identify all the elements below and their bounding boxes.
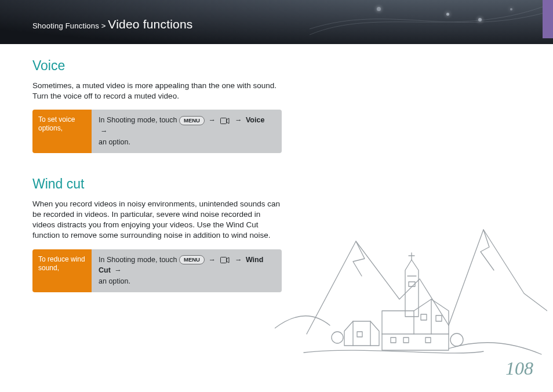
svg-rect-8	[425, 337, 431, 343]
section-heading-voice: Voice	[32, 58, 282, 74]
voice-callout: To set voice options, In Shooting mode, …	[32, 110, 282, 153]
side-tab	[543, 0, 553, 38]
windcut-callout-instructions: In Shooting mode, touch MENU → → Wind Cu…	[92, 249, 282, 292]
voice-instruction-post: an option.	[99, 138, 130, 146]
voice-instruction-pre: In Shooting mode, touch	[99, 116, 179, 124]
breadcrumb-current: Video functions	[108, 17, 192, 31]
svg-point-10	[450, 333, 463, 346]
breadcrumb-parent: Shooting Functions	[32, 21, 99, 30]
sparkle-icon	[377, 7, 381, 11]
video-camera-icon	[220, 257, 230, 263]
breadcrumb-sep: >	[99, 21, 108, 30]
voice-callout-instructions: In Shooting mode, touch MENU → → Voice →…	[92, 110, 282, 153]
windcut-instruction-pre: In Shooting mode, touch	[99, 256, 179, 264]
header-swoosh-decor	[310, 0, 553, 44]
arrow-icon: →	[235, 255, 242, 266]
arrow-icon: →	[208, 255, 216, 266]
windcut-callout-label: To reduce wind sound,	[32, 249, 92, 292]
svg-rect-4	[436, 315, 442, 321]
manual-page: Shooting Functions > Video functions Voi…	[0, 0, 553, 392]
menu-button-icon: MENU	[179, 116, 205, 125]
svg-rect-5	[357, 332, 362, 337]
section-windcut: Wind cut When you record videos in noisy…	[32, 176, 282, 292]
windcut-description: When you record videos in noisy environm…	[32, 199, 282, 241]
svg-rect-0	[221, 118, 227, 124]
sparkle-icon	[510, 8, 512, 10]
sparkle-icon	[478, 18, 482, 21]
svg-rect-3	[421, 314, 427, 320]
svg-point-9	[332, 332, 343, 343]
windcut-callout: To reduce wind sound, In Shooting mode, …	[32, 249, 282, 292]
page-number: 108	[505, 358, 533, 379]
sparkle-icon	[446, 13, 449, 16]
windcut-instruction-post: an option.	[99, 277, 130, 285]
village-mountain-illustration	[275, 195, 547, 369]
svg-rect-1	[221, 257, 227, 263]
menu-button-icon: MENU	[179, 255, 205, 264]
breadcrumb: Shooting Functions > Video functions	[32, 17, 193, 31]
voice-callout-label: To set voice options,	[32, 110, 92, 153]
svg-rect-6	[391, 337, 396, 343]
arrow-icon: →	[100, 126, 108, 137]
voice-menu-item: Voice	[246, 116, 264, 124]
arrow-icon: →	[235, 115, 242, 126]
arrow-icon: →	[114, 265, 122, 276]
voice-description: Sometimes, a muted video is more appeali…	[32, 81, 282, 101]
section-heading-windcut: Wind cut	[32, 176, 282, 192]
page-header: Shooting Functions > Video functions	[0, 0, 553, 44]
page-content: Voice Sometimes, a muted video is more a…	[32, 58, 282, 300]
arrow-icon: →	[208, 115, 216, 126]
video-camera-icon	[220, 118, 230, 124]
svg-rect-7	[403, 337, 409, 343]
